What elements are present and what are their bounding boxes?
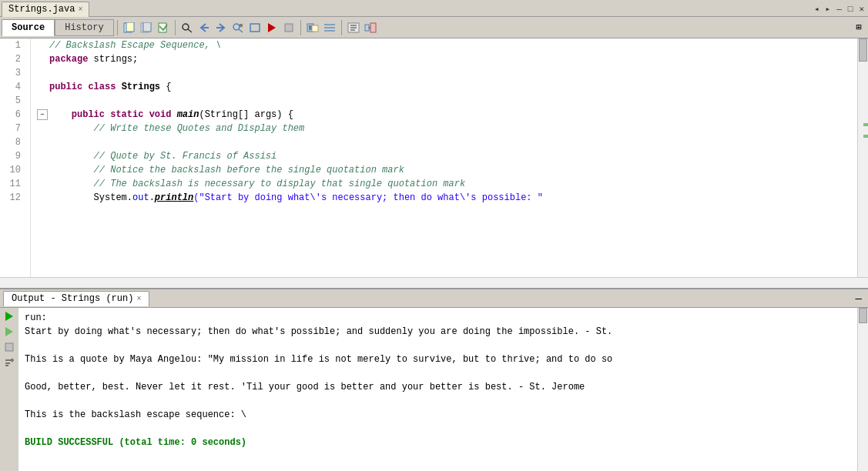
output-content: run:Start by doing what's necessary; the… xyxy=(18,308,857,471)
file-tab-label: Strings.java xyxy=(8,4,75,15)
code-token: // The backslash is necessary to display… xyxy=(49,177,465,191)
code-token: strings; xyxy=(88,52,138,66)
svg-marker-31 xyxy=(5,312,13,321)
code-token: ("Start by doing what\'s necessary; then… xyxy=(193,191,543,205)
svg-rect-22 xyxy=(324,27,335,28)
hscrollbar-track[interactable] xyxy=(0,278,868,288)
svg-line-6 xyxy=(188,29,192,32)
code-token: . xyxy=(149,191,155,205)
output-line: BUILD SUCCESSFUL (total time: 0 seconds) xyxy=(25,436,851,449)
code-line: // Notice the backslash before the singl… xyxy=(37,163,857,177)
nav-right[interactable]: ▸ xyxy=(823,3,833,15)
svg-point-9 xyxy=(233,24,240,30)
svg-point-5 xyxy=(183,24,189,30)
output-scrollbar[interactable] xyxy=(857,308,868,471)
code-line: public class Strings { xyxy=(37,80,857,94)
code-token: // Notice the backslash before the singl… xyxy=(49,163,404,177)
output-line: Good, better, best. Never let it rest. '… xyxy=(25,380,851,394)
code-token: println xyxy=(155,191,193,205)
code-line: package strings; xyxy=(37,52,857,66)
line-number: 9 xyxy=(0,149,24,163)
nav-left[interactable]: ◂ xyxy=(812,3,822,15)
editor-hscrollbar[interactable] xyxy=(0,277,868,288)
nav-min[interactable]: — xyxy=(834,4,844,15)
output-line xyxy=(25,394,851,408)
code-token: void xyxy=(149,108,172,122)
toolbar-btn-search[interactable] xyxy=(179,20,196,35)
code-token: // Backslash Escape Sequence, \ xyxy=(49,38,221,52)
output-tab-close[interactable]: × xyxy=(136,295,141,303)
line-number: 10 xyxy=(0,163,24,177)
svg-rect-29 xyxy=(370,23,376,32)
toolbar-btn-6[interactable] xyxy=(345,20,362,35)
line-number: 3 xyxy=(0,66,24,80)
output-line xyxy=(25,339,851,352)
code-line: − public static void main(String[] args)… xyxy=(37,108,857,122)
fold-indicator[interactable]: − xyxy=(37,109,48,120)
svg-rect-3 xyxy=(143,22,151,32)
code-token xyxy=(116,80,121,94)
code-line: // Write these Quotes and Display them xyxy=(37,122,857,135)
svg-line-10 xyxy=(239,29,243,32)
line-number: 5 xyxy=(0,94,24,108)
toolbar-btn-fwd[interactable] xyxy=(213,20,230,35)
code-token xyxy=(171,108,176,122)
editor-scrollbar[interactable] xyxy=(857,38,868,277)
code-line: System.out.println("Start by doing what\… xyxy=(37,191,857,205)
svg-rect-15 xyxy=(285,24,293,32)
code-token: // Quote by St. Francis of Assisi xyxy=(49,149,276,163)
svg-rect-23 xyxy=(324,30,335,32)
toolbar-expand[interactable]: ⊞ xyxy=(851,20,866,35)
output-line: This is a quote by Maya Angelou: "My mis… xyxy=(25,352,851,366)
line-number: 12 xyxy=(0,191,24,205)
svg-rect-21 xyxy=(324,24,335,25)
output-panel: Output - Strings (run) × — run:Start by … xyxy=(0,288,868,471)
output-gutter xyxy=(0,308,18,471)
nav-close[interactable]: ✕ xyxy=(856,3,866,15)
run-btn[interactable] xyxy=(2,309,16,323)
toolbar-btn-7[interactable] xyxy=(362,20,379,35)
svg-rect-33 xyxy=(5,343,13,351)
output-body: run:Start by doing what's necessary; the… xyxy=(0,308,868,471)
code-token: { xyxy=(160,80,171,94)
toolbar-btn-3[interactable] xyxy=(155,20,172,35)
toolbar-btn-1[interactable] xyxy=(121,20,138,35)
code-line: // The backslash is necessary to display… xyxy=(37,177,857,191)
scrollbar-thumb[interactable] xyxy=(859,38,867,62)
toolbar-btn-rect[interactable] xyxy=(246,20,263,35)
file-tab-bar: Strings.java × ◂ ▸ — □ ✕ xyxy=(0,0,868,17)
tab-history[interactable]: History xyxy=(55,19,113,36)
nav-max[interactable]: □ xyxy=(846,4,856,15)
code-token: public xyxy=(49,108,105,122)
tab-source[interactable]: Source xyxy=(2,19,55,36)
toolbar-btn-play[interactable] xyxy=(263,20,280,35)
svg-rect-13 xyxy=(250,24,260,32)
stop-btn[interactable] xyxy=(2,340,16,354)
file-tab-close[interactable]: × xyxy=(78,5,82,14)
code-area[interactable]: // Backslash Escape Sequence, \package s… xyxy=(31,38,857,277)
editor-container: 123456789101112 // Backslash Escape Sequ… xyxy=(0,38,868,277)
output-line: Start by doing what's necessary; then do… xyxy=(25,325,851,339)
nav-arrows: ◂ ▸ — □ ✕ xyxy=(812,3,866,15)
run-btn-2[interactable] xyxy=(2,325,16,339)
file-tab[interactable]: Strings.java × xyxy=(2,2,89,17)
editor-toolbar: Source History ⊞ xyxy=(0,17,868,38)
svg-rect-1 xyxy=(126,22,134,32)
code-token xyxy=(105,108,110,122)
toolbar-btn-back[interactable] xyxy=(196,20,213,35)
output-scrollbar-thumb[interactable] xyxy=(859,308,867,323)
output-tab[interactable]: Output - Strings (run) × xyxy=(3,291,149,306)
line-number: 7 xyxy=(0,122,24,135)
output-line xyxy=(25,422,851,436)
toolbar-btn-search2[interactable] xyxy=(230,20,246,35)
toolbar-btn-2[interactable] xyxy=(138,20,155,35)
toolbar-btn-5[interactable] xyxy=(321,20,338,35)
toolbar-btn-stop[interactable] xyxy=(280,20,297,35)
output-minimize-btn[interactable]: — xyxy=(853,292,865,305)
line-number: 4 xyxy=(0,80,24,94)
code-token: main xyxy=(177,108,199,122)
code-token: public xyxy=(49,80,82,94)
toolbar-btn-4[interactable] xyxy=(304,20,321,35)
wrap-btn[interactable] xyxy=(2,356,16,369)
line-number: 11 xyxy=(0,177,24,191)
